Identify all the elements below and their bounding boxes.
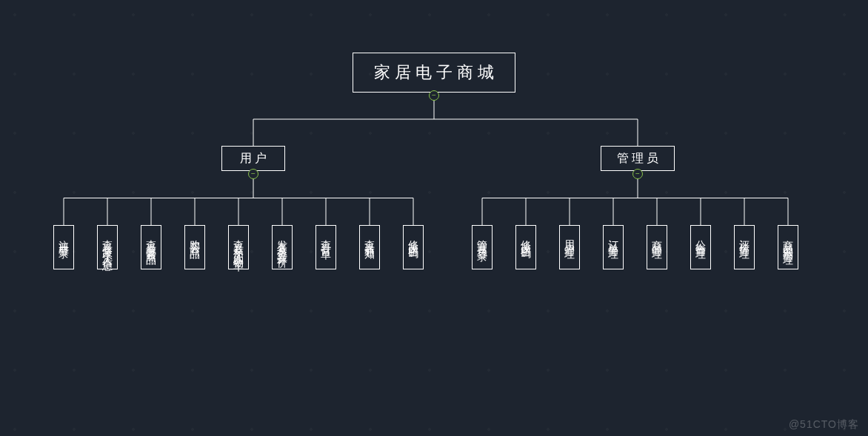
- leaf-node[interactable]: 用户管理: [559, 225, 580, 269]
- leaf-node[interactable]: 订单管理: [603, 225, 624, 269]
- leaf-node[interactable]: 查看搜索商品: [141, 225, 161, 269]
- leaf-node[interactable]: 公告管理: [690, 225, 711, 269]
- leaf-node[interactable]: 购买商品: [184, 225, 205, 269]
- collapse-toggle[interactable]: −: [248, 169, 258, 179]
- leaf-node[interactable]: 商品类别管理: [778, 225, 798, 269]
- leaf-node[interactable]: 评价管理: [734, 225, 755, 269]
- leaf-node[interactable]: 查看及加入购物车: [228, 225, 249, 269]
- leaf-node[interactable]: 管理员登录: [472, 225, 493, 269]
- branch-node-admin[interactable]: 管理员: [601, 146, 675, 171]
- leaf-node[interactable]: 查看订单: [316, 225, 336, 269]
- root-node[interactable]: 家居电子商城: [353, 53, 515, 93]
- collapse-toggle[interactable]: −: [429, 90, 439, 101]
- leaf-node[interactable]: 查看通知: [359, 225, 380, 269]
- leaf-node[interactable]: 查看修改个人信息: [97, 225, 118, 269]
- leaf-node[interactable]: 商品管理: [647, 225, 667, 269]
- leaf-node[interactable]: 修改密码: [515, 225, 536, 269]
- branch-node-user[interactable]: 用户: [221, 146, 285, 171]
- leaf-node[interactable]: 修改密码: [403, 225, 424, 269]
- watermark: @51CTO博客: [789, 418, 859, 432]
- collapse-toggle[interactable]: −: [632, 169, 643, 179]
- leaf-node[interactable]: 注册登录: [53, 225, 74, 269]
- leaf-node[interactable]: 发表及查看评价: [272, 225, 293, 269]
